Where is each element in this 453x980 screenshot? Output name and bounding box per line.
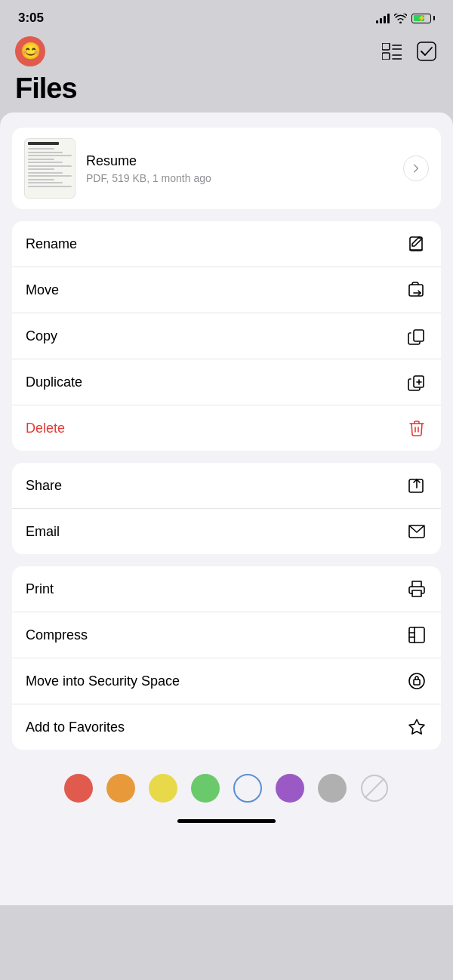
email-icon (406, 521, 427, 542)
menu-group-3: Print Compress Move into Se (12, 566, 441, 750)
favorites-item[interactable]: Add to Favorites (12, 704, 441, 750)
signal-bars-icon (376, 13, 390, 23)
svg-rect-15 (409, 479, 423, 492)
svg-rect-19 (409, 627, 424, 643)
delete-icon (406, 418, 427, 439)
copy-item[interactable]: Copy (12, 313, 441, 359)
svg-rect-1 (382, 53, 390, 60)
print-item[interactable]: Print (12, 566, 441, 612)
page-title: Files (15, 72, 438, 105)
print-label: Print (26, 581, 54, 597)
email-label: Email (26, 524, 60, 540)
share-icon (406, 475, 427, 496)
move-label: Move (26, 282, 59, 298)
checkbox-button[interactable] (415, 40, 438, 63)
action-sheet: Resume PDF, 519 KB, 1 month ago Rename M… (0, 112, 453, 905)
share-label: Share (26, 478, 62, 494)
menu-group-1: Rename Move Copy (12, 221, 441, 451)
color-dot-gray[interactable] (318, 774, 347, 803)
email-item[interactable]: Email (12, 509, 441, 554)
compress-icon (406, 624, 427, 646)
battery-icon: ⚡ (411, 14, 435, 23)
status-icons: ⚡ (376, 13, 435, 23)
svg-rect-9 (409, 285, 423, 296)
list-view-button[interactable] (381, 40, 403, 63)
delete-item[interactable]: Delete (12, 405, 441, 451)
svg-line-27 (365, 778, 384, 798)
copy-icon (406, 325, 427, 347)
header: 😊 (0, 32, 453, 69)
compress-item[interactable]: Compress (12, 612, 441, 658)
file-name: Resume (86, 153, 393, 169)
move-icon (406, 279, 427, 300)
star-icon (406, 717, 427, 738)
favorites-label: Add to Favorites (26, 720, 125, 735)
wifi-icon (394, 14, 407, 23)
file-chevron-button[interactable] (403, 156, 429, 181)
security-space-icon (406, 670, 427, 692)
svg-rect-18 (412, 590, 421, 596)
checkbox-icon (417, 42, 436, 61)
duplicate-item[interactable]: Duplicate (12, 359, 441, 405)
rename-label: Rename (26, 236, 77, 252)
duplicate-icon (406, 371, 427, 393)
print-icon (406, 578, 427, 599)
svg-rect-0 (382, 43, 390, 50)
list-view-icon (382, 43, 402, 60)
header-actions (381, 40, 438, 63)
security-space-item[interactable]: Move into Security Space (12, 658, 441, 704)
app-icon: 😊 (15, 36, 45, 66)
file-meta: PDF, 519 KB, 1 month ago (86, 172, 393, 184)
svg-rect-11 (414, 330, 424, 341)
svg-rect-24 (414, 680, 420, 685)
page-title-section: Files (0, 69, 453, 112)
color-dot-yellow[interactable] (149, 774, 177, 803)
color-dot-red[interactable] (64, 774, 93, 803)
security-space-label: Move into Security Space (26, 673, 180, 689)
color-dot-orange[interactable] (106, 774, 135, 803)
color-dot-blue[interactable] (233, 774, 262, 803)
color-dot-none[interactable] (360, 774, 389, 803)
color-dot-purple[interactable] (276, 774, 304, 803)
svg-marker-25 (409, 720, 424, 734)
rename-item[interactable]: Rename (12, 221, 441, 267)
duplicate-label: Duplicate (26, 374, 82, 390)
status-time: 3:05 (18, 11, 44, 26)
menu-group-2: Share Email (12, 463, 441, 554)
svg-rect-6 (418, 42, 436, 60)
delete-label: Delete (26, 421, 65, 436)
chevron-right-icon (411, 164, 421, 173)
file-thumbnail (24, 138, 76, 199)
copy-label: Copy (26, 328, 57, 344)
compress-label: Compress (26, 627, 88, 643)
color-dots-row (12, 762, 441, 810)
file-preview-card: Resume PDF, 519 KB, 1 month ago (12, 128, 441, 209)
svg-point-23 (409, 673, 424, 689)
home-bar (177, 819, 276, 823)
share-item[interactable]: Share (12, 463, 441, 509)
rename-icon (406, 233, 427, 254)
status-bar: 3:05 ⚡ (0, 0, 453, 32)
move-item[interactable]: Move (12, 267, 441, 313)
home-indicator (12, 810, 441, 827)
file-info: Resume PDF, 519 KB, 1 month ago (86, 153, 393, 184)
color-dot-green[interactable] (191, 774, 220, 803)
